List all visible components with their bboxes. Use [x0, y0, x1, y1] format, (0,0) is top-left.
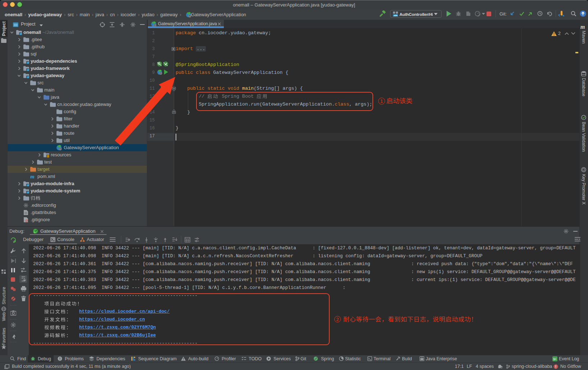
- svg-text:9+: 9+: [553, 357, 557, 361]
- svg-text:API: API: [394, 14, 397, 17]
